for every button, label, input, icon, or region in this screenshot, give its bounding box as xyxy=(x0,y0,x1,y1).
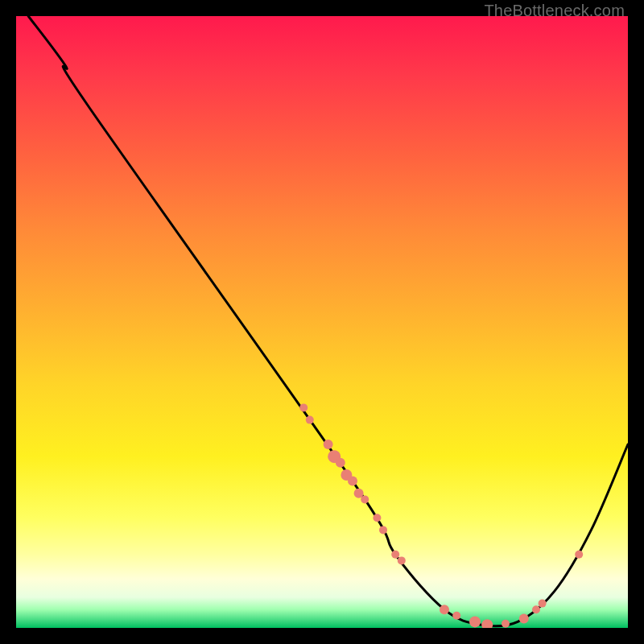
data-point xyxy=(373,514,381,522)
data-point xyxy=(306,416,314,424)
data-point xyxy=(398,556,406,564)
data-point xyxy=(469,616,481,627)
chart-frame xyxy=(16,16,628,628)
data-point xyxy=(391,551,399,559)
curve-layer xyxy=(28,16,628,626)
bottleneck-curve xyxy=(28,16,628,626)
data-point xyxy=(361,495,369,503)
data-point xyxy=(575,551,583,559)
data-point xyxy=(336,458,345,468)
data-point xyxy=(440,605,449,614)
data-point xyxy=(539,600,547,608)
watermark-text: TheBottleneck.com xyxy=(484,2,625,20)
data-point xyxy=(481,619,493,628)
data-point xyxy=(519,614,529,624)
data-point xyxy=(532,605,540,613)
points-layer xyxy=(299,403,583,628)
data-point xyxy=(452,612,460,620)
data-point xyxy=(379,526,387,534)
data-point xyxy=(324,440,333,449)
data-point xyxy=(299,403,308,411)
data-point xyxy=(502,620,510,628)
chart-svg xyxy=(16,16,628,628)
data-point xyxy=(348,477,357,486)
